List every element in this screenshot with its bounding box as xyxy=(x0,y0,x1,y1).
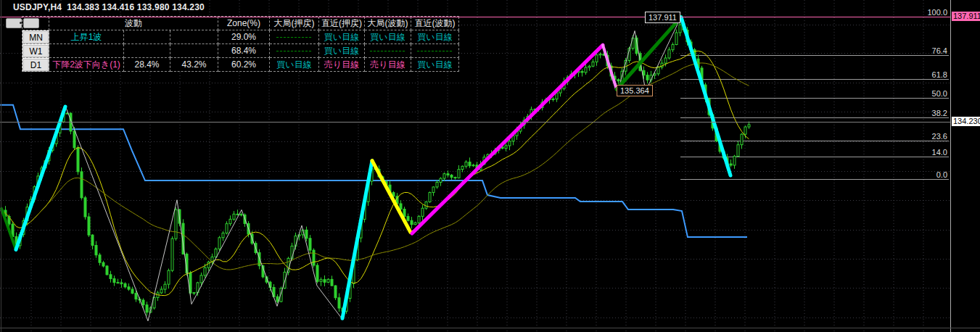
horizontal-line-object[interactable] xyxy=(0,17,950,17)
zone-d1: 60.2% xyxy=(218,58,270,72)
wave-state-mn: 上昇1波 xyxy=(49,30,124,44)
bias-mn-taikyoku-oshimodoshi: ---------- xyxy=(270,30,319,44)
hline-price-tag: 137.911 xyxy=(952,12,980,21)
svg-text:50.0: 50.0 xyxy=(932,89,947,98)
panel-header-zone: Zone(%) xyxy=(218,17,270,30)
pct2-d1: 43.2% xyxy=(170,58,218,72)
svg-text:38.2: 38.2 xyxy=(932,109,947,117)
panel-header-taikyoku-oshimodoshi: 大局(押戻) xyxy=(270,17,319,30)
svg-text:0.0: 0.0 xyxy=(936,170,947,179)
one-click-trading-box-right[interactable] xyxy=(23,18,39,28)
wave-analysis-panel: 波動 Zone(%) 大局(押戻) 直近(押戻) 大局(波動) 直近(波動) M… xyxy=(22,16,459,72)
mt4-chart-window: 100.076.461.850.038.223.614.00.0137.6501… xyxy=(0,0,980,332)
price-label-fib-anchor[interactable]: 135.364 xyxy=(617,85,653,96)
fibonacci-retracement: 100.076.461.850.038.223.614.00.0 xyxy=(680,8,949,180)
bias-w1-chokkin-hadou: ---------- xyxy=(411,44,459,58)
wave-state-w1 xyxy=(49,44,124,58)
pct1-mn xyxy=(124,30,170,44)
price-axis[interactable]: 137.911 134.230 xyxy=(950,0,980,332)
bias-d1-taikyoku-oshimodoshi: 買い目線 xyxy=(270,58,319,72)
pct2-mn xyxy=(170,30,218,44)
bias-mn-chokkin-oshimodoshi: 買い目線 xyxy=(319,30,365,44)
panel-header-chokkin-oshimodoshi: 直近(押戻) xyxy=(319,17,365,30)
bias-w1-taikyoku-hadou: ---------- xyxy=(365,44,411,58)
trailing-stop-line xyxy=(0,105,747,237)
bias-w1-taikyoku-oshimodoshi: ---------- xyxy=(270,44,319,58)
zone-w1: 68.4% xyxy=(218,44,270,58)
pct1-w1 xyxy=(124,44,170,58)
svg-text:23.6: 23.6 xyxy=(932,132,947,141)
svg-text:76.4: 76.4 xyxy=(932,46,947,55)
zone-mn: 29.0% xyxy=(218,30,270,44)
chart-title: USDJPY,H4 134.383 134.416 133.980 134.23… xyxy=(13,2,205,12)
timeframe-button-d1[interactable]: D1 xyxy=(22,58,49,72)
one-click-trading-dot xyxy=(20,22,22,24)
wave-state-d1: 下降2波下向き(1) xyxy=(49,58,124,72)
svg-text:100.0: 100.0 xyxy=(927,8,947,17)
svg-text:61.8: 61.8 xyxy=(932,70,947,79)
bias-mn-taikyoku-hadou: 買い目線 xyxy=(365,30,411,44)
bias-w1-chokkin-oshimodoshi: 買い目線 xyxy=(319,44,365,58)
price-label-peak[interactable]: 137.911 xyxy=(645,12,680,23)
timeframe-button-mn[interactable]: MN xyxy=(22,30,49,44)
current-price-tag: 134.230 xyxy=(952,117,980,126)
pct2-w1 xyxy=(170,44,218,58)
bias-mn-chokkin-hadou: 買い目線 xyxy=(411,30,459,44)
pct1-d1: 28.4% xyxy=(124,58,170,72)
bias-d1-chokkin-hadou: 買い目線 xyxy=(411,58,459,72)
panel-header-chokkin-hadou: 直近(波動) xyxy=(411,17,459,30)
bias-d1-chokkin-oshimodoshi: 売り目線 xyxy=(319,58,365,72)
bias-d1-taikyoku-hadou: 売り目線 xyxy=(365,58,411,72)
panel-header-taikyoku-hadou: 大局(波動) xyxy=(365,17,411,30)
window-left-border xyxy=(1,0,1,332)
window-bottom-border xyxy=(0,328,980,328)
svg-text:14.0: 14.0 xyxy=(932,148,947,157)
panel-header-wave: 波動 xyxy=(49,17,218,30)
one-click-trading-button[interactable] xyxy=(6,18,39,28)
timeframe-button-w1[interactable]: W1 xyxy=(22,44,49,58)
